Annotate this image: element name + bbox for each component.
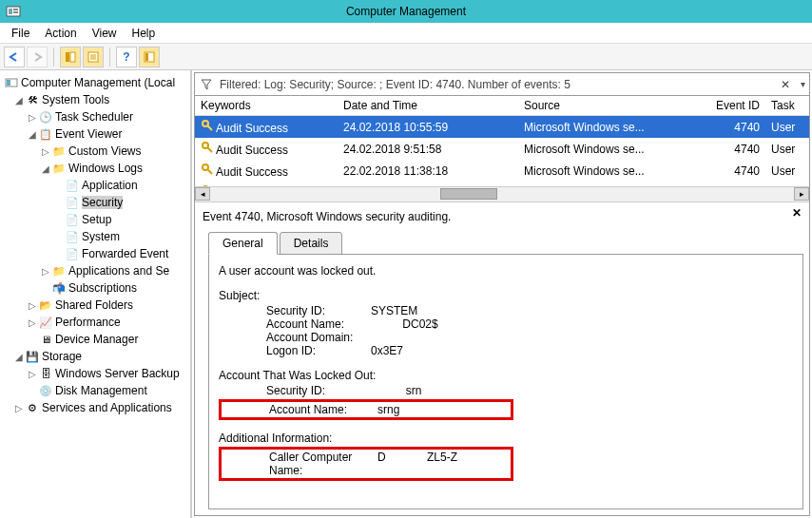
forward-button[interactable]: [27, 47, 48, 67]
filter-bar: Filtered: Log: Security; Source: ; Event…: [195, 73, 809, 96]
folder-icon: 📁: [51, 144, 67, 159]
tree-disk-mgmt[interactable]: ·💿Disk Management: [0, 382, 190, 399]
detail-title: Event 4740, Microsoft Windows security a…: [201, 208, 803, 231]
svg-rect-2: [13, 9, 18, 10]
tree-system-tools[interactable]: ◢🛠System Tools: [0, 91, 190, 108]
detail-tabs: General Details: [208, 231, 803, 255]
tree-performance[interactable]: ▷📈Performance: [0, 314, 190, 331]
grid-row[interactable]: Audit Success 24.02.2018 9:51:58 Microso…: [195, 138, 809, 160]
backup-icon: 🗄: [38, 366, 53, 381]
menu-file[interactable]: File: [6, 25, 35, 42]
svg-line-15: [207, 125, 212, 130]
folder-icon: 📁: [51, 263, 67, 278]
expand-icon[interactable]: ▷: [27, 369, 38, 379]
tree-apps-services[interactable]: ▷📁Applications and Se: [0, 262, 190, 279]
grid-row[interactable]: Audit Success 24.02.2018 10:55:59 Micros…: [195, 116, 809, 138]
scroll-thumb[interactable]: [440, 188, 497, 200]
console-icon: [4, 75, 19, 90]
folder-icon: 📁: [51, 161, 67, 176]
tree-shared-folders[interactable]: ▷📂Shared Folders: [0, 297, 190, 314]
col-keywords[interactable]: Keywords: [195, 96, 338, 115]
tab-general[interactable]: General: [208, 232, 278, 255]
log-icon: 📄: [65, 246, 80, 261]
scroll-right-icon[interactable]: ▸: [794, 187, 809, 201]
event-icon: 📋: [38, 126, 53, 142]
subject-heading: Subject:: [219, 289, 793, 302]
event-grid: Keywords Date and Time Source Event ID T…: [195, 96, 809, 202]
collapse-icon[interactable]: ◢: [40, 163, 51, 174]
services-icon: ⚙: [25, 400, 40, 415]
tree-log-forwarded[interactable]: ·📄Forwarded Event: [0, 245, 190, 262]
svg-line-19: [207, 169, 212, 174]
menu-view[interactable]: View: [87, 25, 123, 42]
device-icon: 🖥: [38, 332, 53, 347]
expand-icon[interactable]: ▷: [40, 146, 51, 157]
highlight-caller-computer: Caller Computer Name:D ZL5-Z: [219, 447, 513, 481]
scroll-left-icon[interactable]: ◂: [195, 187, 210, 201]
content-pane: Filtered: Log: Security; Source: ; Event…: [194, 72, 810, 516]
svg-rect-3: [13, 11, 18, 13]
highlight-account-name: Account Name:srng: [219, 399, 513, 420]
svg-line-17: [207, 147, 212, 152]
grid-header: Keywords Date and Time Source Event ID T…: [195, 96, 809, 116]
back-button[interactable]: [4, 47, 25, 67]
expand-icon[interactable]: ▷: [27, 317, 38, 328]
toolbar: ?: [0, 44, 812, 70]
tree-task-scheduler[interactable]: ▷🕒Task Scheduler: [0, 108, 190, 125]
expand-icon[interactable]: ▷: [27, 300, 38, 311]
log-icon: 📄: [65, 229, 80, 244]
locked-heading: Account That Was Locked Out:: [219, 369, 793, 382]
window-title: Computer Management: [346, 5, 466, 18]
detail-body: A user account was locked out. Subject: …: [208, 255, 803, 509]
collapse-icon[interactable]: ◢: [13, 352, 25, 362]
log-icon: 📄: [65, 178, 80, 193]
tree-services-apps[interactable]: ▷⚙Services and Applications: [0, 399, 190, 416]
storage-icon: 💾: [25, 349, 40, 364]
tree-subscriptions[interactable]: ·📬Subscriptions: [0, 279, 190, 297]
show-hide-tree-button[interactable]: [60, 47, 81, 67]
svg-rect-11: [145, 53, 148, 61]
grid-body[interactable]: Audit Success 24.02.2018 10:55:59 Micros…: [195, 116, 809, 186]
titlebar: Computer Management: [0, 0, 812, 23]
app-icon: [6, 4, 21, 19]
perf-icon: 📈: [38, 315, 53, 330]
tree-device-manager[interactable]: ·🖥Device Manager: [0, 331, 190, 348]
close-icon[interactable]: ✕: [792, 206, 802, 220]
tree-wsb[interactable]: ▷🗄Windows Server Backup: [0, 365, 190, 382]
filter-dropdown-icon[interactable]: ▾: [801, 79, 805, 89]
properties-button[interactable]: [83, 47, 104, 67]
tools-icon: 🛠: [25, 92, 40, 107]
event-message: A user account was locked out.: [219, 264, 793, 278]
clear-filter-button[interactable]: ✕: [781, 78, 790, 91]
filter-text: Filtered: Log: Security; Source: ; Event…: [220, 78, 570, 91]
expand-icon[interactable]: ▷: [13, 403, 25, 413]
tree-root[interactable]: Computer Management (Local: [0, 74, 190, 91]
collapse-icon[interactable]: ◢: [27, 129, 38, 140]
tree-log-system[interactable]: ·📄System: [0, 228, 190, 245]
menu-action[interactable]: Action: [39, 25, 82, 42]
col-source[interactable]: Source: [518, 96, 708, 115]
expand-icon[interactable]: ▷: [27, 112, 38, 123]
col-eventid[interactable]: Event ID: [708, 96, 765, 115]
tree-log-security[interactable]: ·📄Security: [0, 194, 190, 211]
tree-storage[interactable]: ◢💾Storage: [0, 348, 190, 365]
col-task[interactable]: Task: [765, 96, 803, 115]
addl-heading: Additional Information:: [219, 432, 793, 445]
help-button[interactable]: ?: [116, 47, 137, 67]
tree-windows-logs[interactable]: ◢📁Windows Logs: [0, 160, 190, 177]
col-datetime[interactable]: Date and Time: [338, 96, 518, 115]
funnel-icon: [199, 79, 214, 90]
tree-event-viewer[interactable]: ◢📋Event Viewer: [0, 125, 190, 143]
tree-log-application[interactable]: ·📄Application: [0, 177, 190, 194]
menu-help[interactable]: Help: [126, 25, 162, 42]
tree-custom-views[interactable]: ▷📁Custom Views: [0, 143, 190, 160]
expand-icon[interactable]: ▷: [40, 266, 51, 277]
grid-row[interactable]: Audit Success 22.02.2018 11:38:18 Micros…: [195, 160, 809, 182]
tab-details[interactable]: Details: [280, 232, 343, 255]
tree-log-setup[interactable]: ·📄Setup: [0, 211, 190, 228]
svg-rect-13: [7, 80, 10, 86]
refresh-button[interactable]: [139, 47, 160, 67]
horizontal-scrollbar[interactable]: ◂ ▸: [195, 186, 809, 201]
tree-pane: Computer Management (Local ◢🛠System Tool…: [0, 70, 192, 518]
collapse-icon[interactable]: ◢: [13, 95, 25, 106]
